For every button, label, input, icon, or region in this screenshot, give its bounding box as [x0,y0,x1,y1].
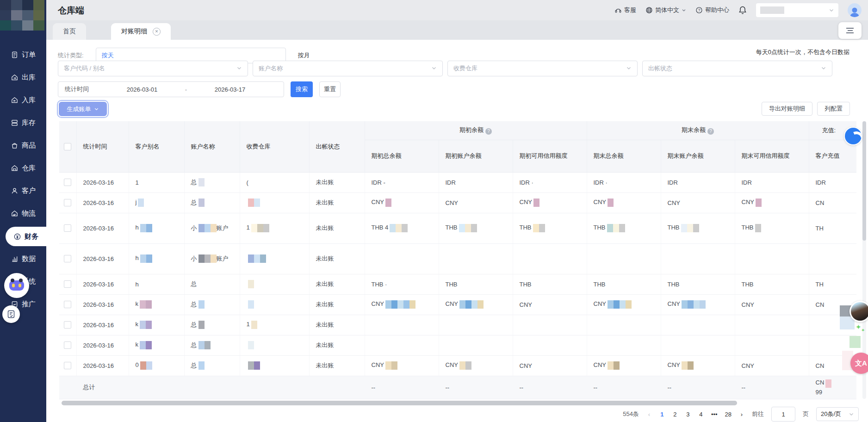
collapse-menu-button[interactable] [838,22,862,39]
redacted-block [198,224,205,232]
row-checkbox[interactable] [64,199,71,206]
total-row: 总计------------CN99 [59,376,856,399]
customer-service-link[interactable]: 客服 [614,6,636,14]
customer-code-alias-select[interactable]: 客户代码 / 别名 [58,61,248,76]
redacted-block [396,224,402,232]
sidebar-item-logistics[interactable]: 物流 [0,202,46,225]
tab-reconciliation-detail[interactable]: 对账明细✕ [111,23,171,40]
help-center-link[interactable]: ? 帮助中心 [695,6,729,14]
redacted-mosaic [385,361,397,370]
row-select-cell [59,213,76,243]
tab-label: 对账明细 [121,27,147,36]
sidebar-item-inbound[interactable]: 入库 [0,89,46,112]
amount-text: CNY [446,199,458,206]
charge-warehouse-select[interactable]: 收费仓库 [447,61,638,76]
reset-button[interactable]: 重置 [319,81,341,97]
balance-amount-cell [365,243,439,274]
page-number-28[interactable]: 28 [725,411,732,418]
redacted-block [825,379,831,388]
redacted-block [459,300,465,309]
date-from-value[interactable]: 2026-03-01 [107,86,177,93]
language-switcher[interactable]: 简体中文 [645,6,686,14]
sidebar-item-inventory[interactable]: 库存 [0,112,46,134]
billing-status-select[interactable]: 出帐状态 [642,61,832,76]
redacted-block [248,280,254,288]
redacted-mosaic [140,254,152,263]
redacted-block [608,199,614,207]
sidebar-item-products[interactable]: 商品 [0,134,46,157]
help-icon[interactable]: ? [707,128,714,135]
workspace-select[interactable] [756,3,838,17]
amount-text: THB · [372,281,387,288]
account-name-cell: 总 [184,274,240,294]
tab-home[interactable]: 首页 [53,23,86,40]
close-icon[interactable]: ✕ [153,28,161,36]
page-number-4[interactable]: 4 [698,411,704,418]
balance-amount-cell: THB [513,213,587,243]
sidebar-item-outbound[interactable]: 出库 [0,66,46,89]
total-amount-cell: -- [661,376,735,399]
chat-widget[interactable] [844,127,862,145]
row-checkbox[interactable] [64,255,71,262]
row-checkbox[interactable] [64,280,71,288]
row-checkbox[interactable] [64,301,71,308]
page-ellipsis[interactable]: ••• [711,411,718,418]
customer-alias-cell: k [129,315,184,335]
customer-alias-cell: j [129,192,184,213]
column-header: 期初账户余额 [439,140,513,172]
page-number-input[interactable] [771,407,795,422]
horizontal-scrollbar[interactable] [62,401,737,405]
sidebar-item-customers[interactable]: 客户 [0,180,46,202]
page-number-1[interactable]: 1 [659,411,665,418]
amount-text: IDR · [520,179,533,186]
chevron-down-icon [821,65,826,71]
sidebar-item-data[interactable]: 数据 [0,248,46,270]
row-checkbox[interactable] [64,224,71,232]
stat-type-option-month[interactable]: 按月 [298,51,310,60]
row-checkbox[interactable] [64,341,71,349]
chevron-down-icon [94,106,99,112]
bell-icon[interactable] [738,6,747,15]
amount-text: CNY [594,361,606,368]
help-icon[interactable]: ? [485,128,492,135]
next-page-button[interactable]: › [739,411,744,418]
date-to-value[interactable]: 2026-03-17 [195,86,265,93]
vertical-scrollbar-thumb[interactable] [862,121,866,241]
date-range-picker[interactable]: 统计时间 2026-03-01 - 2026-03-17 [58,81,284,97]
sidebar-item-orders[interactable]: 订单 [0,43,46,66]
sidebar-item-warehouse[interactable]: 仓库 [0,157,46,180]
translate-widget[interactable]: 文A [850,353,868,374]
redacted-mosaic [390,224,408,232]
page-size-select[interactable]: 20条/页 [816,407,859,421]
page-number-3[interactable]: 3 [685,411,691,418]
redacted-block [146,341,152,349]
export-reconciliation-button[interactable]: 导出对账明细 [762,102,812,116]
row-checkbox[interactable] [64,362,71,369]
user-avatar[interactable] [848,3,862,17]
balance-amount-cell: THB · [365,274,439,294]
row-checkbox[interactable] [64,179,71,186]
sidebar-item-finance[interactable]: 财务 [6,227,46,246]
search-button[interactable]: 搜索 [291,81,313,97]
select-all-checkbox[interactable] [64,143,71,150]
feedback-form-widget[interactable] [2,305,20,323]
redacted-mosaic [459,300,484,309]
account-name-select[interactable]: 账户名称 [253,61,443,76]
prev-page-button[interactable]: ‹ [646,411,652,418]
table-row: 2026-03-16h小账户1未出账THB 4THBTHBTHBTHBTHBTH [59,213,856,243]
assistant-robot-widget[interactable] [4,273,29,298]
column-config-button[interactable]: 列配置 [817,102,850,116]
redacted-mosaic [251,321,257,329]
redacted-mosaic [140,321,152,329]
profile-float-widget[interactable] [849,301,868,322]
redacted-mosaic [198,321,205,329]
generate-bill-button[interactable]: 生成账单 [58,101,108,117]
account-name-cell-text: 小 [191,224,197,231]
table-row: 2026-03-16k总未出账 [59,335,856,355]
logo-pixel [33,0,44,10]
row-checkbox[interactable] [64,321,71,329]
redacted-block [140,300,146,309]
sidebar-item-label: 财务 [25,232,38,241]
page-number-2[interactable]: 2 [672,411,678,418]
form-icon [6,310,16,319]
